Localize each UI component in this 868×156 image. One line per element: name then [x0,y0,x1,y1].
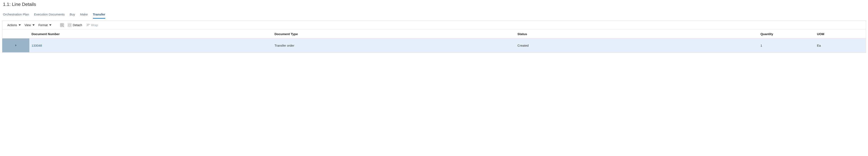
detach-button[interactable]: Detach [68,23,82,27]
actions-menu-button[interactable]: Actions [7,24,21,27]
tab-buy[interactable]: Buy [70,11,75,18]
transfer-table: Document Number Document Type Status Qua… [2,30,866,52]
cell-uom: Ea [815,38,866,52]
caret-down-icon [32,25,35,26]
cell-status: Created [515,38,758,52]
tab-orchestration-plan[interactable]: Orchestration Plan [3,11,29,18]
wrap-label: Wrap [91,24,98,27]
caret-down-icon [49,25,51,26]
tab-bar: Orchestration Plan Execution Documents B… [0,11,868,18]
col-document-number[interactable]: Document Number [29,30,272,38]
tab-execution-documents[interactable]: Execution Documents [34,11,65,18]
col-expand [2,30,29,38]
query-by-example-icon [60,23,64,27]
table-header-row: Document Number Document Type Status Qua… [2,30,866,38]
toolbar: Actions View Format Detach [2,21,866,30]
cell-document-type: Transfer order [272,38,515,52]
page-title: 1.1: Line Details [0,0,868,11]
view-menu-button[interactable]: View [25,24,35,27]
cell-quantity: 1 [758,38,815,52]
triangle-right-icon [15,44,17,47]
cell-document-number: 133048 [29,38,272,52]
col-quantity[interactable]: Quantity [758,30,815,38]
tab-make[interactable]: Make [80,11,88,18]
query-by-example-button[interactable] [60,23,64,27]
col-document-type[interactable]: Document Type [272,30,515,38]
detach-icon [68,23,71,27]
wrap-button[interactable]: Wrap [86,23,98,27]
expand-row-button[interactable] [4,41,27,50]
col-uom[interactable]: UOM [815,30,866,38]
col-status[interactable]: Status [515,30,758,38]
format-menu-label: Format [38,24,48,27]
view-menu-label: View [25,24,31,27]
tab-transfer[interactable]: Transfer [93,11,105,18]
svg-rect-9 [69,24,70,26]
table-row[interactable]: 133048 Transfer order Created 1 Ea [2,38,866,52]
table-scroll[interactable]: Document Number Document Type Status Qua… [2,30,866,52]
format-menu-button[interactable]: Format [38,24,51,27]
transfer-panel: Actions View Format Detach [2,21,866,53]
detach-label: Detach [73,24,82,27]
expand-cell [2,38,29,52]
document-number-value: 133048 [31,44,42,47]
actions-menu-label: Actions [7,24,17,27]
svg-rect-8 [68,24,71,27]
wrap-icon [86,23,90,27]
caret-down-icon [19,25,21,26]
